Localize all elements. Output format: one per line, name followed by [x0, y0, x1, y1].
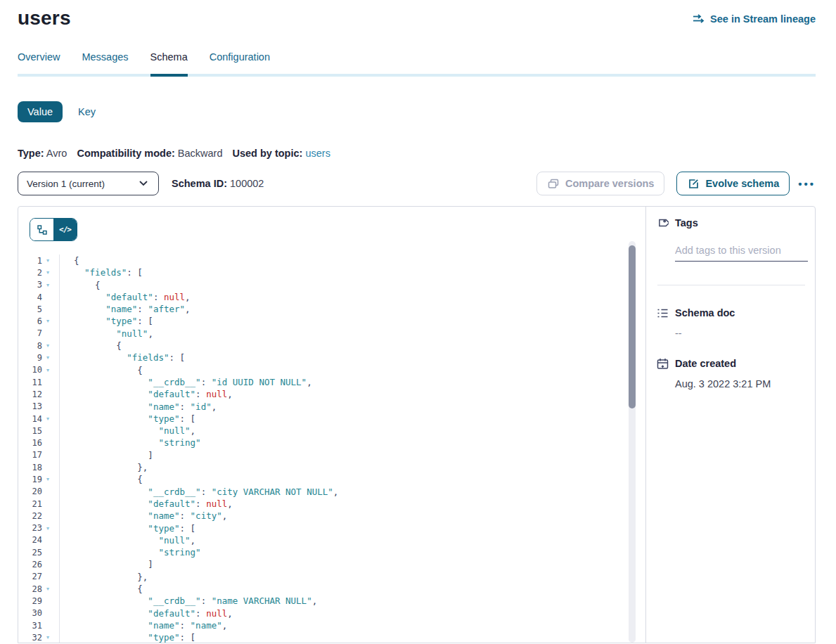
line-number: 15 — [18, 426, 42, 436]
line-number: 28 — [18, 584, 42, 594]
gutter-row: 20 — [18, 486, 59, 498]
gutter-row: 14▾ — [18, 413, 59, 425]
line-number: 22 — [18, 511, 42, 521]
chevron-down-icon — [137, 177, 150, 190]
fold-toggle-icon[interactable]: ▾ — [42, 413, 53, 425]
stream-lineage-link[interactable]: See in Stream lineage — [693, 13, 816, 25]
gutter-row: 27 — [18, 571, 59, 583]
line-number: 23 — [18, 523, 42, 533]
fold-toggle-icon[interactable]: ▾ — [42, 631, 53, 643]
compare-versions-icon — [547, 177, 560, 190]
fold-toggle-icon[interactable]: ▾ — [42, 583, 53, 595]
code-line: }, — [74, 461, 338, 473]
fold-toggle-icon[interactable]: ▾ — [42, 473, 53, 485]
line-number: 17 — [18, 450, 42, 460]
line-number: 12 — [18, 389, 42, 399]
fold-toggle-icon[interactable]: ▾ — [42, 340, 53, 352]
fold-toggle-icon[interactable]: ▾ — [42, 352, 53, 363]
topic-link[interactable]: users — [305, 148, 330, 159]
used-by-topic-label: Used by topic: — [232, 148, 302, 159]
code-content: { "fields": [ { "default": null, "name":… — [60, 255, 338, 643]
tab-configuration[interactable]: Configuration — [210, 51, 270, 74]
code-line: { — [74, 255, 338, 266]
line-number: 29 — [18, 596, 42, 606]
gutter-row: 21 — [18, 498, 59, 510]
gutter-row: 12 — [18, 388, 59, 400]
line-number: 2 — [18, 268, 42, 278]
active-tab-indicator — [150, 74, 188, 77]
code-line: "__crdb__": "id UUID NOT NULL", — [74, 376, 338, 388]
line-number: 20 — [18, 487, 42, 496]
evolve-schema-button[interactable]: Evolve schema — [676, 172, 790, 195]
schema-id-label: Schema ID: — [172, 178, 227, 189]
line-number: 14 — [18, 414, 42, 424]
line-number: 24 — [18, 535, 42, 545]
line-number: 10 — [18, 365, 42, 375]
tags-input[interactable] — [675, 245, 808, 262]
fold-toggle-icon[interactable]: ▾ — [42, 266, 53, 278]
fold-toggle-icon[interactable]: ▾ — [42, 522, 53, 534]
gutter-row: 7 — [18, 328, 59, 340]
line-number: 19 — [18, 475, 42, 484]
schema-code-pane: </> 1▾2▾3▾456▾78▾9▾10▾11121314▾151617181… — [18, 207, 646, 643]
code-line: "default": null, — [74, 498, 338, 510]
line-number: 7 — [18, 328, 42, 338]
date-created-section-heading: Date created — [646, 357, 815, 370]
doc-list-icon — [656, 307, 669, 319]
gutter-row: 11 — [18, 376, 59, 388]
key-toggle-button[interactable]: Key — [78, 106, 96, 117]
value-toggle-button[interactable]: Value — [18, 101, 63, 122]
compare-versions-label: Compare versions — [565, 178, 655, 189]
schema-id-value: 100002 — [230, 178, 264, 189]
code-line: "null", — [74, 425, 338, 437]
fold-toggle-icon[interactable]: ▾ — [42, 364, 53, 376]
editor-scrollbar — [629, 241, 636, 643]
fold-toggle-icon[interactable]: ▾ — [42, 255, 53, 266]
code-line: "type": [ — [74, 315, 338, 327]
compare-versions-button[interactable]: Compare versions — [536, 172, 665, 195]
fold-toggle-icon[interactable]: ▾ — [42, 279, 53, 291]
date-created-heading-label: Date created — [675, 358, 736, 369]
calendar-icon — [656, 357, 669, 370]
gutter-row: 22 — [18, 510, 59, 522]
line-number: 21 — [18, 499, 42, 509]
gutter-row: 25 — [18, 546, 59, 558]
gutter-row: 2▾ — [18, 266, 59, 278]
gutter-row: 8▾ — [18, 340, 59, 352]
code-line: { — [74, 473, 338, 485]
value-key-toggle: Value Key — [18, 101, 816, 122]
editor-scrollbar-thumb[interactable] — [629, 245, 636, 408]
line-number: 8 — [18, 341, 42, 351]
code-line: "__crdb__": "name VARCHAR NULL", — [74, 595, 338, 607]
line-number: 31 — [18, 621, 42, 631]
tab-schema[interactable]: Schema — [150, 51, 188, 74]
line-number: 5 — [18, 304, 42, 314]
line-number: 3 — [18, 280, 42, 290]
evolve-schema-icon — [687, 177, 700, 190]
gutter-row: 24 — [18, 534, 59, 546]
sidebar-divider — [657, 285, 805, 285]
gutter-row: 15 — [18, 425, 59, 437]
code-line: { — [74, 364, 338, 376]
tab-overview[interactable]: Overview — [18, 51, 60, 74]
code-line: ] — [74, 449, 338, 461]
overflow-menu-button[interactable]: ••• — [798, 178, 816, 190]
line-number: 27 — [18, 572, 42, 581]
version-toolbar: Version 1 (current) Schema ID: 100002 Co… — [18, 172, 816, 195]
code-line: "name": "name", — [74, 619, 338, 631]
gutter-row: 32▾ — [18, 631, 59, 643]
tab-messages[interactable]: Messages — [82, 51, 128, 74]
gutter-row: 17 — [18, 449, 59, 461]
line-number: 16 — [18, 438, 42, 448]
version-dropdown[interactable]: Version 1 (current) — [18, 172, 159, 195]
gutter-row: 9▾ — [18, 352, 59, 363]
gutter-row: 29 — [18, 595, 59, 607]
code-line: "__crdb__": "city VARCHAR NOT NULL", — [74, 486, 338, 498]
code-line: "fields": [ — [74, 352, 338, 363]
code-view-button[interactable]: </> — [53, 219, 77, 240]
fold-toggle-icon[interactable]: ▾ — [42, 315, 53, 327]
tree-view-button[interactable] — [30, 219, 53, 240]
code-line: "null", — [74, 534, 338, 546]
code-line: { — [74, 279, 338, 291]
code-line: { — [74, 583, 338, 595]
